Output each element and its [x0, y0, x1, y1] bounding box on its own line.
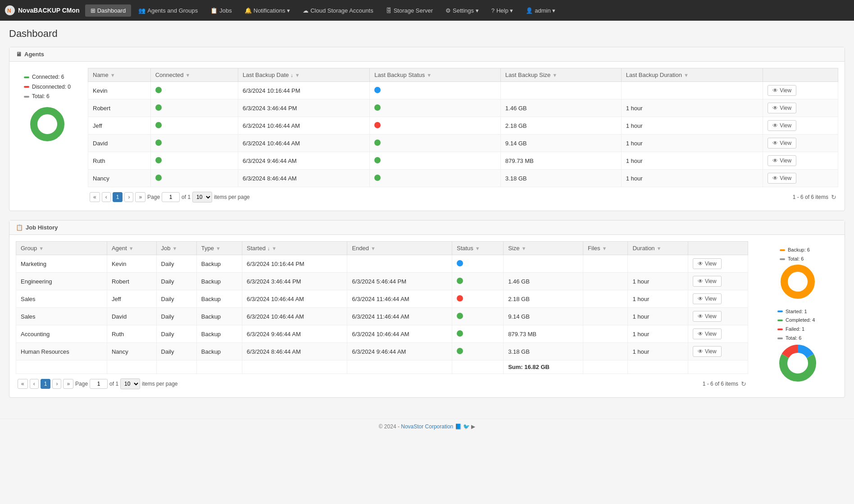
agent-connected-cell: [150, 152, 238, 170]
started-sort-icon[interactable]: ↓: [268, 246, 270, 251]
agents-page-1-btn[interactable]: 1: [113, 192, 123, 202]
status-legend-completed: Completed: 4: [777, 316, 818, 325]
agent-size-cell: [500, 82, 621, 99]
col-name-header: Name ▼: [88, 68, 151, 82]
footer-company: NovaStor Corporation: [401, 423, 453, 430]
job-ended-cell: [347, 255, 452, 273]
backup-size-filter-icon[interactable]: ▼: [552, 72, 557, 78]
agents-table: Name ▼ Connected ▼: [88, 68, 838, 187]
backup-date-filter-icon[interactable]: ▼: [295, 72, 300, 78]
agent-view-btn[interactable]: 👁 View: [768, 173, 796, 184]
group-filter-icon[interactable]: ▼: [39, 246, 44, 251]
agent-name-cell: Robert: [88, 99, 151, 117]
storage-icon: 🗄: [386, 7, 392, 14]
job-view-btn[interactable]: 👁 View: [693, 346, 722, 357]
started-dot: [777, 310, 783, 312]
job-per-page-select[interactable]: 10 25 50: [120, 378, 140, 389]
job-table: Group▼ Agent▼ Job▼ Type▼: [16, 241, 748, 374]
agent-view-btn[interactable]: 👁 View: [768, 85, 796, 96]
job-view-btn[interactable]: 👁 View: [693, 293, 722, 304]
files-filter-icon[interactable]: ▼: [602, 246, 607, 251]
agents-table-container: Name ▼ Connected ▼: [88, 68, 838, 204]
page-title: Dashboard: [9, 28, 845, 40]
nav-admin-label: admin ▾: [535, 7, 555, 14]
job-ended-cell: 6/3/2024 11:46:44 AM: [347, 308, 452, 325]
backup-date-sort-icon[interactable]: ↓: [291, 72, 293, 78]
job-prev-page-btn[interactable]: ‹: [30, 379, 39, 389]
agents-per-page-select[interactable]: 10 25 50: [192, 192, 212, 202]
size-filter-icon[interactable]: ▼: [521, 246, 526, 251]
agents-first-page-btn[interactable]: «: [90, 192, 100, 202]
footer-company-link[interactable]: NovaStor Corporation: [401, 423, 453, 430]
agents-table-row: Ruth 6/3/2024 9:46:44 AM 879.73 MB 1 hou…: [88, 152, 838, 170]
nav-jobs[interactable]: 📋 Jobs: [205, 4, 237, 17]
status-filter-icon[interactable]: ▼: [475, 246, 480, 251]
job-col-status: Status▼: [452, 242, 503, 255]
job-page-1-btn[interactable]: 1: [41, 379, 51, 389]
agents-last-page-btn[interactable]: »: [135, 192, 145, 202]
job-view-btn[interactable]: 👁 View: [693, 276, 722, 287]
job-table-row: Sales David Daily Backup 6/3/2024 10:46:…: [16, 308, 748, 325]
nav-agents-groups[interactable]: 👥 Agents and Groups: [133, 4, 203, 17]
connected-filter-icon[interactable]: ▼: [186, 72, 191, 78]
agent-view-btn[interactable]: 👁 View: [768, 103, 796, 113]
job-view-btn[interactable]: 👁 View: [693, 311, 722, 322]
svg-point-3: [41, 118, 54, 130]
agents-refresh-icon[interactable]: ↻: [831, 194, 836, 201]
agents-next-page-btn[interactable]: ›: [124, 192, 133, 202]
agents-prev-page-btn[interactable]: ‹: [102, 192, 111, 202]
eye-icon: 👁: [772, 122, 778, 129]
agents-page-input[interactable]: [162, 192, 180, 202]
job-last-page-btn[interactable]: »: [63, 379, 73, 389]
svg-point-9: [791, 356, 804, 370]
job-view-btn[interactable]: 👁 View: [693, 258, 722, 269]
agent-name-cell: Kevin: [88, 82, 151, 99]
job-col-duration: Duration▼: [628, 242, 688, 255]
started-filter-icon[interactable]: ▼: [272, 246, 277, 251]
agent-action-cell: 👁 View: [763, 82, 838, 99]
col-backup-size-header: Last Backup Size ▼: [500, 68, 621, 82]
job-next-page-btn[interactable]: ›: [52, 379, 61, 389]
duration-filter-icon[interactable]: ▼: [657, 246, 662, 251]
connected-dot: [155, 87, 162, 93]
nav-help[interactable]: ? Help ▾: [486, 4, 519, 17]
status-legend-total: Total: 6: [777, 334, 818, 343]
job-col-action: [688, 242, 748, 255]
agent-status-cell: [370, 135, 501, 152]
job-page-input[interactable]: [90, 379, 108, 389]
agent-view-btn[interactable]: 👁 View: [768, 138, 796, 148]
agent-connected-cell: [150, 117, 238, 135]
job-status-dot: [457, 260, 463, 266]
job-header-icon: 📋: [16, 224, 23, 231]
job-table-row: Sales Jeff Daily Backup 6/3/2024 10:46:4…: [16, 290, 748, 308]
nav-storage-server[interactable]: 🗄 Storage Server: [381, 4, 438, 17]
name-filter-icon[interactable]: ▼: [110, 72, 115, 78]
backup-duration-filter-icon[interactable]: ▼: [684, 72, 689, 78]
job-col-group: Group▼: [16, 242, 107, 255]
backup-status-filter-icon[interactable]: ▼: [427, 72, 432, 78]
main-content: Dashboard 🖥 Agents Connected: 6: [0, 21, 854, 414]
job-refresh-icon[interactable]: ↻: [741, 380, 746, 387]
agent-date-cell: 6/3/2024 8:46:44 AM: [238, 170, 370, 187]
agent-view-btn[interactable]: 👁 View: [768, 155, 796, 166]
failed-label: Failed: 1: [786, 325, 804, 334]
ended-filter-icon[interactable]: ▼: [371, 246, 376, 251]
nav-settings[interactable]: ⚙ Settings ▾: [440, 4, 484, 17]
nav-dashboard[interactable]: ⊞ Dashboard: [85, 4, 132, 17]
type-filter-icon[interactable]: ▼: [216, 246, 221, 251]
agent-view-btn[interactable]: 👁 View: [768, 120, 796, 131]
nav-admin[interactable]: 👤 admin ▾: [520, 4, 561, 17]
col-backup-duration-header: Last Backup Duration ▼: [621, 68, 763, 82]
nav-notifications[interactable]: 🔔 Notifications ▾: [239, 4, 295, 17]
brand-logo: N: [5, 5, 15, 16]
nav-cloud-storage[interactable]: ☁ Cloud Storage Accounts: [297, 4, 378, 17]
agent-status-cell: [370, 99, 501, 117]
job-view-btn[interactable]: 👁 View: [693, 328, 722, 339]
job-files-cell: [583, 343, 628, 360]
job-first-page-btn[interactable]: «: [18, 379, 28, 389]
job-filter-icon[interactable]: ▼: [172, 246, 177, 251]
job-duration-cell: 1 hour: [628, 325, 688, 343]
agent-filter-icon[interactable]: ▼: [129, 246, 134, 251]
job-started-cell: 6/3/2024 10:46:44 AM: [242, 290, 347, 308]
job-table-area: Group▼ Agent▼ Job▼ Type▼: [16, 241, 748, 391]
